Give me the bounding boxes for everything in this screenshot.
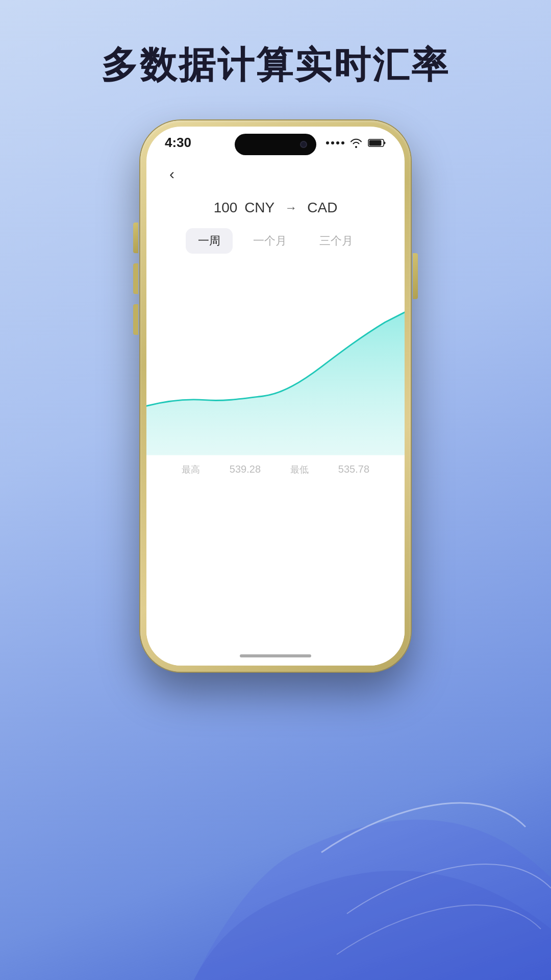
to-currency: CAD xyxy=(307,200,337,216)
phone-mockup: 4:30 xyxy=(140,120,411,672)
app-bottom xyxy=(146,488,405,666)
svg-rect-1 xyxy=(369,140,382,145)
arrow-icon: → xyxy=(285,201,297,215)
period-tabs: 一周 一个月 三个月 xyxy=(146,228,405,268)
chart-svg xyxy=(146,268,405,455)
stat-low: 最低 xyxy=(290,463,309,476)
back-chevron-icon: ‹ xyxy=(169,165,174,183)
tab-week[interactable]: 一周 xyxy=(186,228,233,254)
status-icons xyxy=(326,138,386,148)
high-label: 最高 xyxy=(182,463,200,476)
stat-high-value: 539.28 xyxy=(230,463,261,476)
nav-bar: ‹ xyxy=(146,155,405,189)
home-indicator xyxy=(240,654,311,657)
tab-three-months[interactable]: 三个月 xyxy=(307,228,365,254)
chart-area: 最高 539.28 最低 535.78 xyxy=(146,268,405,488)
battery-icon xyxy=(368,138,386,148)
signal-icon xyxy=(326,141,344,144)
status-time: 4:30 xyxy=(165,135,191,151)
low-label: 最低 xyxy=(290,463,309,476)
back-button[interactable]: ‹ xyxy=(161,163,183,185)
low-value: 535.78 xyxy=(338,463,369,475)
camera-dot xyxy=(300,141,307,148)
page-title: 多数据计算实时汇率 xyxy=(101,41,450,90)
stats-row: 最高 539.28 最低 535.78 xyxy=(146,455,405,488)
stat-low-value: 535.78 xyxy=(338,463,369,476)
from-currency: 100 CNY xyxy=(214,200,275,216)
high-value: 539.28 xyxy=(230,463,261,475)
stat-high: 最高 xyxy=(182,463,200,476)
dynamic-island xyxy=(235,134,316,155)
app-content: ‹ 100 CNY → CAD 一周 一个月 三个月 xyxy=(146,155,405,666)
tab-month[interactable]: 一个月 xyxy=(241,228,299,254)
conversion-header: 100 CNY → CAD xyxy=(146,189,405,228)
wifi-icon xyxy=(349,138,363,148)
